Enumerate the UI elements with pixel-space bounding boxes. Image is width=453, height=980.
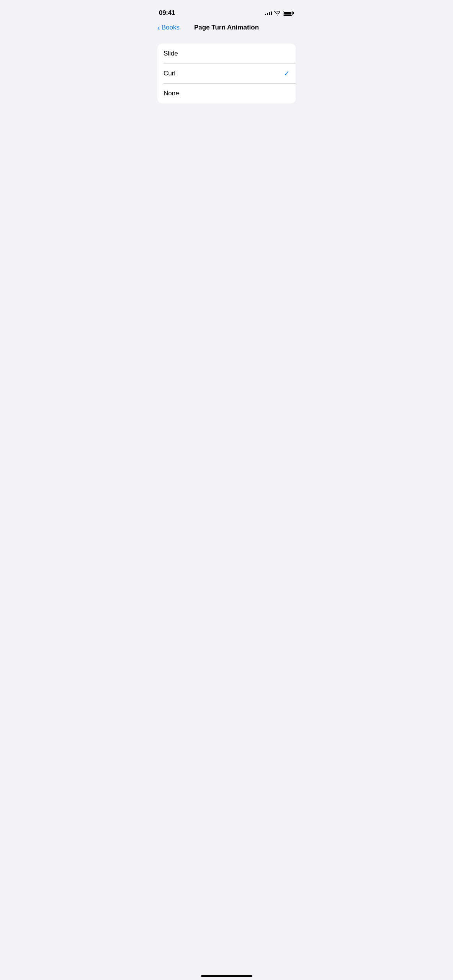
option-none[interactable]: None [157,83,296,103]
back-button[interactable]: ‹ Books [157,24,180,31]
option-none-label: None [164,90,179,97]
wifi-icon [274,11,281,16]
status-icons [265,11,294,16]
battery-icon [283,11,294,16]
option-curl-label: Curl [164,70,175,77]
options-card: Slide Curl ✓ None [157,44,296,103]
option-curl[interactable]: Curl ✓ [157,64,296,83]
back-label: Books [162,24,180,31]
signal-icon [265,11,272,15]
page-title: Page Turn Animation [194,24,259,31]
navigation-bar: ‹ Books Page Turn Animation [151,21,302,36]
status-bar: 09:41 [151,0,302,21]
option-slide-label: Slide [164,50,178,57]
option-slide[interactable]: Slide [157,44,296,64]
status-time: 09:41 [159,9,175,17]
checkmark-icon: ✓ [284,69,289,78]
content-area: Slide Curl ✓ None [151,36,302,103]
back-chevron-icon: ‹ [157,24,160,31]
